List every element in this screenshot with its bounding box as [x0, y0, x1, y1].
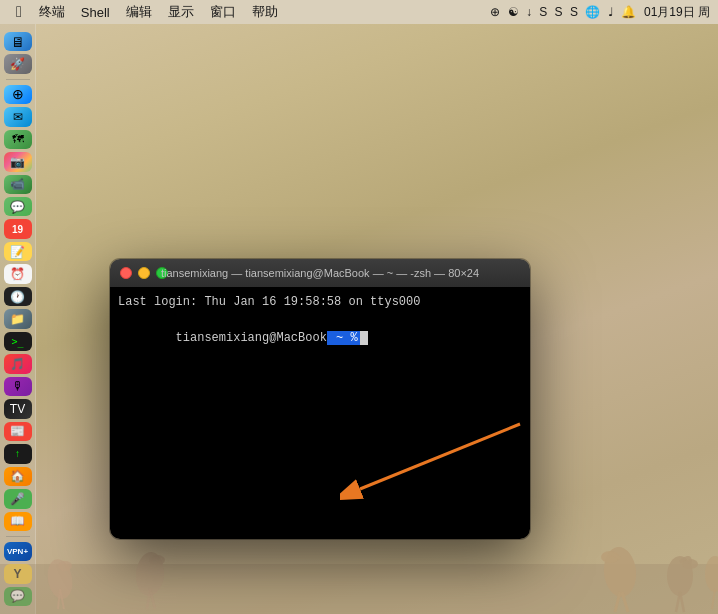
terminal-window[interactable]: tiansemixiang — tiansemixiang@MacBook — …	[110, 259, 530, 539]
dock-item-safari[interactable]: ⊕	[4, 85, 32, 104]
menu-edit[interactable]: 编辑	[119, 1, 159, 23]
menubar:  终端 Shell 编辑 显示 窗口 帮助 ⊕ ☯ ↓ S S S 🌐 ♩ 🔔…	[0, 0, 718, 24]
dock-item-terminal[interactable]: >_	[4, 332, 32, 351]
menu-view[interactable]: 显示	[161, 1, 201, 23]
dock-item-finder[interactable]: 🖥	[4, 32, 32, 51]
dock-item-launchpad[interactable]: 🚀	[4, 54, 32, 73]
dock-item-messages[interactable]: 💬	[4, 197, 32, 216]
dock-item-photos[interactable]: 📷	[4, 152, 32, 171]
menu-shell[interactable]: Shell	[74, 3, 117, 22]
menubar-time: 01月19日 周	[644, 4, 710, 21]
terminal-prompt-dir: ~ %	[327, 331, 360, 345]
terminal-body[interactable]: Last login: Thu Jan 16 19:58:58 on ttys0…	[110, 287, 530, 539]
menubar-icons: ⊕ ☯ ↓ S S S 🌐 ♩ 🔔	[490, 5, 638, 19]
dock-item-notes[interactable]: 📝	[4, 242, 32, 261]
dock-item-maps[interactable]: 🗺	[4, 130, 32, 149]
menubar-left:  终端 Shell 编辑 显示 窗口 帮助	[8, 1, 285, 23]
terminal-title: tiansemixiang — tiansemixiang@MacBook — …	[161, 267, 479, 279]
svg-point-4	[58, 561, 72, 571]
menu-terminal[interactable]: 终端	[32, 1, 72, 23]
terminal-titlebar: tiansemixiang — tiansemixiang@MacBook — …	[110, 259, 530, 287]
terminal-last-login: Last login: Thu Jan 16 19:58:58 on ttys0…	[118, 293, 522, 311]
minimize-button[interactable]	[138, 267, 150, 279]
menu-window[interactable]: 窗口	[203, 1, 243, 23]
dock-item-podcasts[interactable]: 🎙	[4, 377, 32, 396]
dock-item-tv[interactable]: TV	[4, 399, 32, 418]
menubar-right: ⊕ ☯ ↓ S S S 🌐 ♩ 🔔 01月19日 周	[490, 4, 710, 21]
menu-help[interactable]: 帮助	[245, 1, 285, 23]
dock-item-facetime[interactable]: 📹	[4, 175, 32, 194]
desktop: 🖥 🚀 ⊕ ✉ 🗺 📷 📹 💬 19 📝 ⏰	[0, 24, 718, 614]
terminal-prompt-user: tiansemixiang@MacBook	[176, 331, 327, 345]
dock-separator-1	[6, 79, 30, 80]
dock-item-music[interactable]: 🎵	[4, 354, 32, 373]
terminal-cursor	[360, 331, 368, 345]
dock-item-news[interactable]: 📰	[4, 422, 32, 441]
dock-item-clock[interactable]: 🕐	[4, 287, 32, 306]
dock-item-mail[interactable]: ✉	[4, 107, 32, 126]
close-button[interactable]	[120, 267, 132, 279]
apple-menu[interactable]: 	[8, 3, 30, 21]
terminal-prompt-line: tiansemixiang@MacBook ~ %	[118, 311, 522, 365]
dock-item-calendar[interactable]: 19	[4, 219, 32, 238]
dock-item-reminders[interactable]: ⏰	[4, 264, 32, 283]
dock-item-files[interactable]: 📁	[4, 309, 32, 328]
dock-item-stocks[interactable]: ↑	[4, 444, 32, 463]
